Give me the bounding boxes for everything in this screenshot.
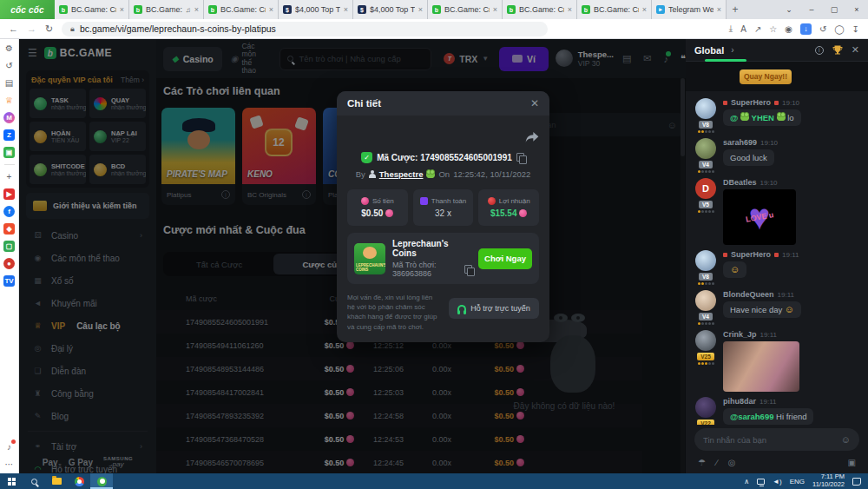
modal-close-icon[interactable]: ✕: [530, 97, 539, 109]
browser-tab[interactable]: bBC.Game: Crypto×: [428, 0, 503, 19]
chat-username[interactable]: Crink_Jp: [723, 330, 757, 339]
info-icon[interactable]: i: [815, 46, 824, 55]
browser-tab[interactable]: $$4,000 Top Tier×: [353, 0, 428, 19]
tab-close-icon[interactable]: ×: [344, 5, 348, 14]
chat-username[interactable]: pihu8dar: [723, 397, 756, 406]
start-button[interactable]: [0, 473, 23, 489]
game-thumbnail[interactable]: LEPRECHAUN'S COINS: [354, 243, 385, 274]
rules-icon[interactable]: ∕: [716, 458, 718, 467]
avatar[interactable]: [695, 290, 716, 311]
coin-drop-icon[interactable]: ◎: [728, 458, 736, 467]
profile-icon[interactable]: ◯: [834, 24, 844, 34]
tab-close-icon[interactable]: ×: [493, 5, 497, 14]
forward-icon[interactable]: →: [27, 23, 36, 35]
chat-image-photo[interactable]: [723, 341, 799, 392]
bookmark-star-icon[interactable]: ☆: [769, 24, 777, 34]
avatar[interactable]: [695, 397, 716, 418]
chat-username[interactable]: BlondeQueen: [723, 290, 774, 299]
file-explorer-icon[interactable]: [45, 473, 68, 489]
downloads-icon[interactable]: ↧: [852, 24, 859, 34]
tab-close-icon[interactable]: ×: [642, 5, 647, 14]
tab-search-icon[interactable]: ⌄: [778, 5, 800, 14]
tab-close-icon[interactable]: ×: [568, 5, 572, 14]
chat-input[interactable]: [703, 435, 836, 445]
close-button[interactable]: ×: [845, 5, 868, 14]
chat-username[interactable]: sarah699: [723, 138, 757, 147]
chat-image-heart[interactable]: ♥LOVE u: [723, 189, 796, 245]
avatar[interactable]: D: [695, 178, 716, 199]
avatar[interactable]: [695, 250, 716, 271]
tab-close-icon[interactable]: ×: [120, 5, 124, 14]
live-support-button[interactable]: Hỗ trợ trực tuyến: [449, 298, 539, 319]
trophy-icon[interactable]: [832, 45, 843, 55]
url-text[interactable]: bc.game/vi/game/leprechaun-s-coins-by-pl…: [80, 23, 276, 34]
zalo-icon[interactable]: Z: [3, 129, 15, 141]
spin-now-button[interactable]: Quay Ngay!!: [740, 69, 792, 84]
avatar[interactable]: [695, 98, 716, 119]
browser-tab[interactable]: bBC.Game: Crypto×: [577, 0, 652, 19]
tab-close-icon[interactable]: ×: [418, 5, 423, 14]
url-box[interactable]: 🔒︎ bc.game/vi/game/leprechaun-s-coins-by…: [62, 22, 548, 36]
more-menu-icon[interactable]: ⋯: [3, 459, 15, 470]
chat-input-box[interactable]: ☺: [694, 428, 859, 451]
browser-tab[interactable]: $$4,000 Top Tier×: [279, 0, 353, 19]
copy-icon[interactable]: [464, 265, 471, 274]
back-icon[interactable]: ←: [9, 23, 18, 35]
avatar[interactable]: [695, 138, 716, 159]
facebook-icon[interactable]: f: [3, 206, 15, 217]
translate-icon[interactable]: A: [740, 24, 746, 34]
sync-icon[interactable]: ↺: [819, 24, 826, 34]
minimize-button[interactable]: –: [800, 5, 823, 14]
browser-tab[interactable]: bBC.Game: Crypto×: [503, 0, 577, 19]
green-app-icon[interactable]: ▢: [3, 241, 15, 252]
browser-tab[interactable]: bBC.Game: Crypto×: [204, 0, 279, 19]
tab-close-icon[interactable]: ×: [717, 5, 721, 14]
chat-username[interactable]: SuperHero: [731, 250, 771, 259]
adblock-icon[interactable]: ◉: [785, 24, 792, 34]
share-icon[interactable]: ↗: [754, 24, 761, 34]
red-app-icon[interactable]: ●: [3, 258, 15, 269]
clock[interactable]: 7:11 PM11/10/2022: [812, 473, 845, 488]
tv-app-icon[interactable]: TV: [3, 275, 15, 287]
games-gamepad-icon[interactable]: ▣: [3, 147, 15, 158]
emoji-smiley-icon[interactable]: ☺: [841, 434, 851, 445]
chevron-right-icon[interactable]: ›: [731, 45, 733, 55]
browser-tab[interactable]: bBC.Game: Cry♫×: [129, 0, 204, 19]
maximize-button[interactable]: ▢: [823, 5, 845, 14]
copy-icon[interactable]: [516, 153, 525, 162]
player-link[interactable]: Thespectre: [379, 169, 424, 179]
messenger-icon[interactable]: M: [3, 112, 15, 123]
shopee-icon[interactable]: ◈: [3, 223, 15, 235]
coccoc-logo[interactable]: cốc cốc: [0, 0, 55, 19]
browser-tab[interactable]: bBC.Game: Crypto×: [55, 0, 129, 19]
chat-username[interactable]: DBeatles: [723, 178, 757, 187]
download-blue-icon[interactable]: ↓: [800, 23, 812, 35]
chrome-icon[interactable]: [68, 473, 90, 489]
add-shortcut-icon[interactable]: +: [3, 171, 15, 182]
new-tab-button[interactable]: +: [727, 0, 744, 19]
notifications-bell-icon[interactable]: ♪: [3, 441, 15, 453]
rain-icon[interactable]: ☂: [698, 458, 706, 467]
tray-chevron-icon[interactable]: ∧: [744, 478, 749, 486]
reload-icon[interactable]: ↻: [45, 23, 53, 35]
browser-tab[interactable]: ▸Telegram Web×: [652, 0, 727, 19]
share-arrow-icon[interactable]: [525, 131, 539, 143]
chat-close-icon[interactable]: ✕: [852, 44, 859, 56]
chat-username[interactable]: SuperHero: [731, 98, 771, 107]
network-icon[interactable]: [757, 479, 765, 485]
settings-gear-icon[interactable]: ⚙: [3, 43, 15, 54]
chat-room-icon[interactable]: ▣: [848, 458, 856, 467]
chat-channel[interactable]: Global: [694, 45, 724, 56]
volume-icon[interactable]: ◄): [773, 478, 782, 486]
newsfeed-icon[interactable]: ▤: [3, 77, 15, 89]
tab-close-icon[interactable]: ×: [269, 5, 273, 14]
tab-close-icon[interactable]: ×: [194, 5, 199, 14]
coccoc-taskbar-icon[interactable]: [90, 473, 113, 489]
play-now-button[interactable]: Chơi Ngay: [478, 248, 532, 269]
crown-icon[interactable]: ♕: [3, 95, 15, 106]
history-icon[interactable]: ↺: [3, 60, 15, 71]
install-icon[interactable]: ⤓: [729, 23, 733, 34]
tab-audio-icon[interactable]: ♫: [186, 6, 191, 14]
language-indicator[interactable]: ENG: [790, 478, 805, 486]
avatar[interactable]: [695, 330, 716, 351]
